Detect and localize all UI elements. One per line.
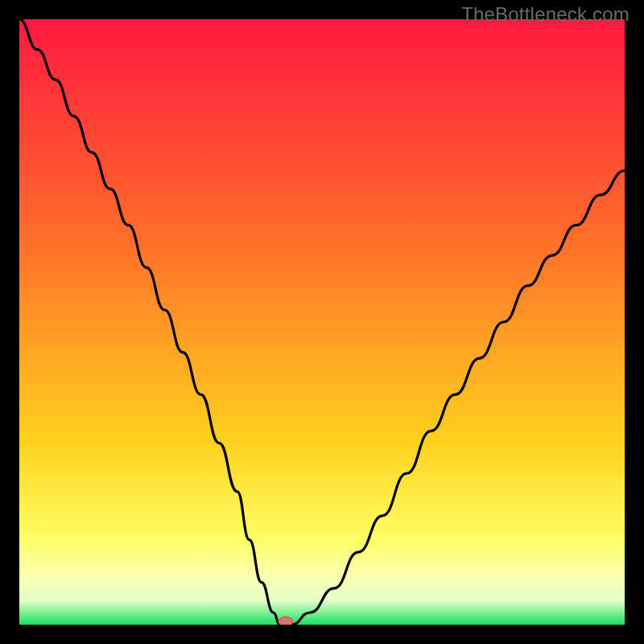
plot-svg	[19, 19, 625, 625]
watermark-text: TheBottleneck.com	[461, 3, 630, 26]
chart-frame: TheBottleneck.com	[0, 0, 644, 644]
optimum-marker	[279, 617, 293, 625]
gradient-background	[19, 19, 625, 625]
bottleneck-plot	[19, 19, 625, 625]
